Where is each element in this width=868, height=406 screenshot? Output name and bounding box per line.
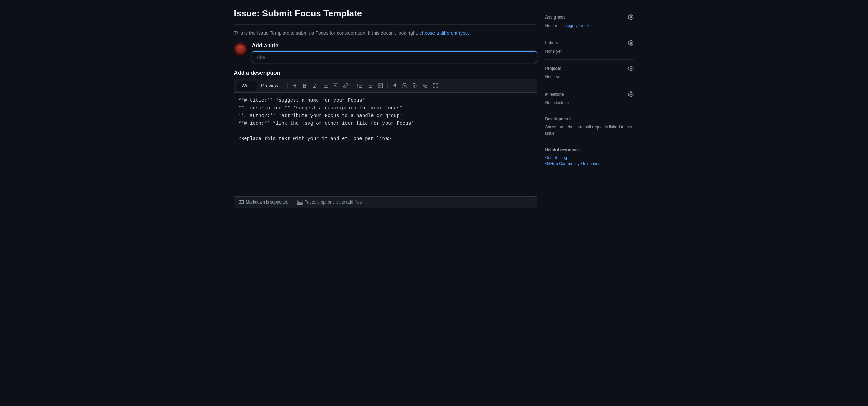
separator-3 bbox=[387, 82, 388, 89]
unordered-list-icon bbox=[367, 83, 373, 88]
bold-icon bbox=[302, 83, 307, 88]
quote-btn[interactable] bbox=[320, 82, 330, 90]
description-textarea[interactable]: **# title:** *suggest a name for your Fo… bbox=[234, 93, 537, 195]
projects-header: Projects bbox=[545, 65, 634, 72]
projects-section: Projects None yet bbox=[545, 60, 634, 85]
assignees-section: Assignees No one—assign yourself bbox=[545, 8, 634, 34]
fullscreen-btn[interactable] bbox=[431, 82, 440, 90]
reference-btn[interactable] bbox=[410, 82, 420, 90]
assignees-title: Assignees bbox=[545, 15, 566, 20]
attachment-icon bbox=[392, 83, 397, 88]
development-header: Development bbox=[545, 116, 634, 121]
avatar-image bbox=[236, 45, 246, 54]
sidebar: Assignees No one—assign yourself Labels … bbox=[545, 8, 634, 208]
editor-container: Write Preview bbox=[234, 79, 537, 208]
reference-icon bbox=[412, 83, 418, 88]
description-section: Add a description Write Preview bbox=[234, 70, 537, 208]
choose-different-type-link[interactable]: choose a different type. bbox=[419, 30, 469, 36]
labels-section: Labels None yet bbox=[545, 34, 634, 60]
file-upload-area[interactable]: Paste, drop, or click to add files bbox=[293, 199, 362, 205]
description-label: Add a description bbox=[234, 70, 537, 76]
attachment-btn[interactable] bbox=[390, 82, 399, 90]
preview-tab[interactable]: Preview bbox=[257, 81, 282, 91]
editor-body: **# title:** *suggest a name for your Fo… bbox=[234, 93, 537, 196]
milestone-section: Milestone No milestone bbox=[545, 85, 634, 111]
task-list-icon bbox=[378, 83, 383, 88]
labels-gear-icon bbox=[628, 40, 634, 46]
contributing-link[interactable]: Contributing bbox=[545, 155, 634, 160]
milestone-value: No milestone bbox=[545, 100, 634, 105]
helpful-resources-title: Helpful resources bbox=[545, 148, 634, 152]
gear-icon bbox=[628, 14, 634, 20]
italic-btn[interactable] bbox=[310, 82, 320, 90]
unordered-list-btn[interactable] bbox=[365, 82, 375, 90]
separator-1 bbox=[287, 82, 288, 89]
code-icon bbox=[333, 83, 338, 88]
write-tab[interactable]: Write bbox=[237, 81, 257, 91]
quote-icon bbox=[322, 83, 328, 88]
image-icon bbox=[297, 199, 303, 205]
undo-btn[interactable] bbox=[420, 82, 430, 90]
markdown-badge: Markdown is supported bbox=[239, 199, 293, 205]
bold-btn[interactable] bbox=[300, 82, 309, 90]
italic-icon bbox=[312, 83, 318, 88]
assignees-gear-button[interactable] bbox=[627, 14, 634, 21]
code-btn[interactable] bbox=[331, 82, 340, 90]
community-guidelines-link[interactable]: GitHub Community Guidelines bbox=[545, 161, 634, 166]
separator-2 bbox=[353, 82, 353, 89]
milestone-gear-icon bbox=[628, 91, 634, 97]
projects-gear-button[interactable] bbox=[627, 65, 634, 72]
fullscreen-icon bbox=[433, 83, 438, 88]
development-section: Development Shows branches and pull requ… bbox=[545, 111, 634, 142]
undo-icon bbox=[423, 83, 428, 88]
labels-gear-button[interactable] bbox=[627, 39, 634, 46]
labels-title: Labels bbox=[545, 40, 558, 45]
mention-icon bbox=[402, 83, 407, 88]
avatar bbox=[234, 42, 248, 56]
milestone-gear-button[interactable] bbox=[627, 91, 634, 98]
ordered-list-btn[interactable] bbox=[355, 82, 365, 90]
editor-footer: Markdown is supported Paste, drop, or cl… bbox=[234, 196, 537, 208]
assignees-header: Assignees bbox=[545, 14, 634, 21]
heading-icon bbox=[292, 83, 297, 88]
link-icon bbox=[343, 83, 349, 88]
main-content: Issue: Submit Focus Template This is the… bbox=[234, 8, 537, 208]
ordered-list-icon bbox=[357, 83, 363, 88]
description-prefix: This is the Issue Template to submit a F… bbox=[234, 30, 418, 36]
assignees-value: No one—assign yourself bbox=[545, 23, 634, 28]
divider bbox=[234, 24, 537, 25]
link-btn[interactable] bbox=[341, 82, 351, 90]
form-section: Add a title bbox=[252, 42, 537, 63]
development-title: Development bbox=[545, 116, 571, 121]
page-title: Issue: Submit Focus Template bbox=[234, 8, 537, 19]
projects-gear-icon bbox=[628, 66, 634, 71]
projects-title: Projects bbox=[545, 66, 561, 71]
helpful-resources-section: Helpful resources Contributing GitHub Co… bbox=[545, 142, 634, 173]
milestone-header: Milestone bbox=[545, 91, 634, 98]
markdown-icon bbox=[239, 199, 244, 205]
tab-group: Write Preview bbox=[237, 81, 282, 91]
development-text: Shows branches and pull requests linked … bbox=[545, 124, 634, 136]
projects-value: None yet bbox=[545, 75, 634, 79]
task-list-btn[interactable] bbox=[376, 82, 385, 90]
labels-value: None yet bbox=[545, 49, 634, 54]
mention-btn[interactable] bbox=[400, 82, 409, 90]
labels-header: Labels bbox=[545, 39, 634, 46]
issue-description: This is the Issue Template to submit a F… bbox=[234, 30, 537, 36]
add-title-label: Add a title bbox=[252, 42, 537, 49]
author-row: Add a title bbox=[234, 42, 537, 63]
heading-btn[interactable] bbox=[290, 82, 299, 90]
milestone-title: Milestone bbox=[545, 92, 564, 97]
assign-yourself-link[interactable]: assign yourself bbox=[562, 23, 590, 28]
editor-toolbar: Write Preview bbox=[234, 79, 537, 93]
title-input[interactable] bbox=[252, 51, 537, 63]
